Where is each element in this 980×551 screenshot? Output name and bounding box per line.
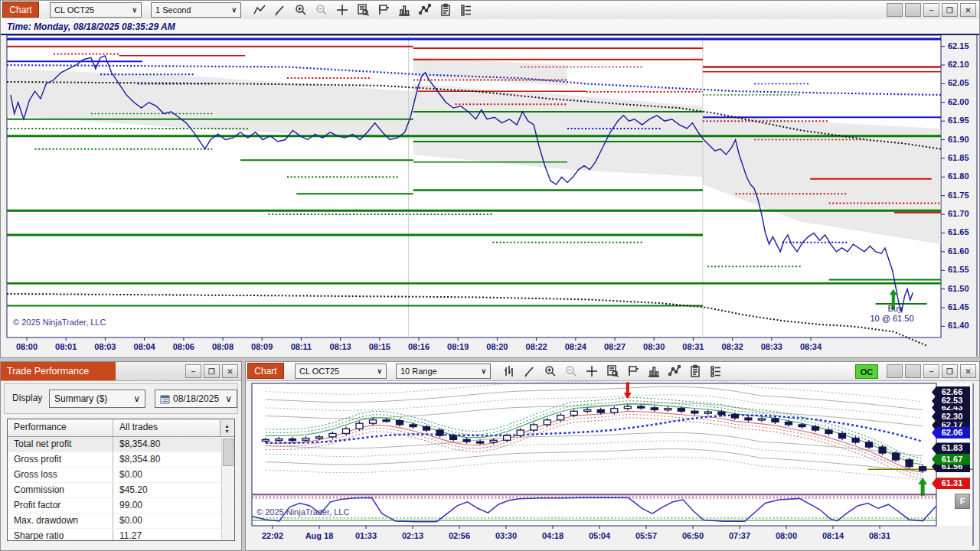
crosshair-icon[interactable] <box>584 364 599 379</box>
price-axis-label: 61.75 <box>948 191 969 200</box>
time-axis-label: 08:14 <box>822 531 844 540</box>
table-row[interactable]: Gross loss$0.00 <box>8 468 234 483</box>
drawing-tools-icon[interactable] <box>273 2 288 18</box>
display-label: Display <box>12 393 42 403</box>
table-row[interactable]: Total net profit$8,354.80 <box>8 437 234 452</box>
chart2-tab[interactable]: Chart <box>247 363 284 379</box>
metric-value: $0.00 <box>113 468 234 482</box>
chart2-interval-value: 10 Range <box>400 367 478 376</box>
time-axis-label: Aug 18 <box>305 531 334 540</box>
time-axis-label: 05:57 <box>635 531 657 540</box>
chart-style-line-icon[interactable] <box>252 2 267 18</box>
zoom-in-icon[interactable] <box>293 2 309 18</box>
toolbar-blank-button[interactable] <box>905 3 921 17</box>
date-select[interactable]: 08/18/2025 ∨ <box>155 390 237 408</box>
time-axis-label: 08:15 <box>369 342 390 351</box>
minimize-button[interactable]: – <box>923 3 939 17</box>
time-axis-label: 08:20 <box>486 342 508 351</box>
close-button[interactable]: ✕ <box>960 364 976 378</box>
maximize-button[interactable]: ❒ <box>942 3 958 17</box>
scrollbar-thumb[interactable] <box>223 439 234 466</box>
time-axis-label: 08:31 <box>682 342 704 351</box>
maximize-button[interactable]: ❒ <box>204 364 220 378</box>
data-series-icon[interactable] <box>355 2 371 18</box>
indicators-icon[interactable] <box>646 364 662 379</box>
metric-label: Commission <box>8 483 113 497</box>
chart1-copyright: © 2025 NinjaTrader, LLC <box>13 318 106 327</box>
performance-table[interactable]: PerformanceAll tradesTotal net profit$8,… <box>7 419 235 541</box>
table-scroll-spinner[interactable]: ▲▼ <box>220 420 234 436</box>
close-button[interactable]: ✕ <box>960 3 976 17</box>
crosshair-icon[interactable] <box>335 2 350 18</box>
alerts-icon[interactable] <box>376 2 391 18</box>
metric-value: $45.20 <box>113 483 234 497</box>
time-axis-label: 06:50 <box>682 531 704 540</box>
table-row[interactable]: Sharpe ratio11.27 <box>8 529 234 541</box>
chart2-canvas[interactable] <box>246 362 980 551</box>
display-icon[interactable] <box>459 2 474 18</box>
indicators-icon[interactable] <box>397 2 412 18</box>
toolbar-blank-button[interactable] <box>905 364 921 378</box>
metric-value: 99.00 <box>113 498 234 513</box>
header-performance[interactable]: Performance <box>8 419 113 436</box>
properties-icon[interactable] <box>438 2 453 18</box>
fit-button[interactable]: F <box>955 494 970 509</box>
price-axis-label: 61.80 <box>948 171 969 181</box>
display-select[interactable]: Summary ($) ∨ <box>49 390 145 408</box>
time-axis-label: 08:13 <box>330 342 351 351</box>
time-axis-label: 08:00 <box>776 531 797 540</box>
metric-label: Total net profit <box>8 437 113 452</box>
zoom-out-icon[interactable] <box>564 364 579 379</box>
trade-performance-controls: Display Summary ($) ∨ 08/18/2025 ∨ <box>4 383 238 414</box>
chart2-interval-select[interactable]: 10 Range ∨ <box>396 364 491 379</box>
chart-style-bars-icon[interactable] <box>501 364 517 379</box>
minimize-button[interactable]: – <box>185 364 201 378</box>
chart2-iconbar <box>501 364 724 379</box>
minimize-button[interactable]: – <box>923 364 939 378</box>
price-axis-label: 61.50 <box>948 284 969 293</box>
table-row[interactable]: Profit factor99.00 <box>8 498 234 514</box>
chart1-instrument-select[interactable]: CL OCT25 ∨ <box>50 2 142 18</box>
chart1-window: Chart CL OCT25 ∨ 1 Second ∨ –❒✕ Time: Mo… <box>0 0 980 358</box>
properties-icon[interactable] <box>688 364 703 379</box>
alerts-icon[interactable] <box>626 364 641 379</box>
time-axis-label: 08:16 <box>408 342 430 351</box>
chart2-copyright: © 2025 NinjaTrader, LLC <box>256 507 349 517</box>
chart1-instrument-value: CL OCT25 <box>54 5 129 15</box>
price-axis-label: 61.45 <box>948 302 969 311</box>
calendar-icon <box>160 394 170 404</box>
price-axis-label: 62.05 <box>948 78 969 87</box>
chart1-interval-select[interactable]: 1 Second ∨ <box>151 2 241 18</box>
chart1-canvas[interactable] <box>1 1 980 358</box>
time-axis-label: 08:24 <box>565 342 586 351</box>
chart2-toolbar: Chart CL OCT25 ∨ 10 Range ∨ OC –❒✕ <box>246 362 979 381</box>
close-button[interactable]: ✕ <box>222 364 238 378</box>
data-series-icon[interactable] <box>605 364 620 379</box>
time-axis-label: 04:18 <box>542 531 564 540</box>
strategies-icon[interactable] <box>417 2 433 18</box>
metric-value: $8,354.80 <box>113 452 234 467</box>
time-axis-label: 03:30 <box>495 531 517 540</box>
table-row[interactable]: Max. drawdown$0.00 <box>8 514 234 529</box>
display-icon[interactable] <box>708 364 724 379</box>
chart2-instrument-select[interactable]: CL OCT25 ∨ <box>295 364 387 379</box>
price-axis-label: 61.95 <box>948 116 969 125</box>
table-row[interactable]: Commission$45.20 <box>8 483 234 498</box>
buy-annotation-qty: 10 @ 61.50 <box>861 314 923 323</box>
chart1-tab[interactable]: Chart <box>2 2 39 18</box>
time-axis-label: 08:27 <box>604 342 626 351</box>
metric-label: Max. drawdown <box>8 514 113 528</box>
toolbar-blank-button[interactable] <box>887 3 903 17</box>
drawing-tools-icon[interactable] <box>522 364 537 379</box>
header-all-trades[interactable]: All trades <box>113 419 234 436</box>
metric-label: Gross loss <box>8 468 113 482</box>
oc-button[interactable]: OC <box>855 364 878 379</box>
zoom-out-icon[interactable] <box>314 2 329 18</box>
price-tag: 62.06 <box>932 427 970 439</box>
table-scrollbar[interactable] <box>221 437 234 540</box>
table-row[interactable]: Gross profit$8,354.80 <box>8 452 234 468</box>
maximize-button[interactable]: ❒ <box>942 364 958 378</box>
zoom-in-icon[interactable] <box>543 364 558 379</box>
toolbar-blank-button[interactable] <box>887 364 903 378</box>
strategies-icon[interactable] <box>667 364 682 379</box>
